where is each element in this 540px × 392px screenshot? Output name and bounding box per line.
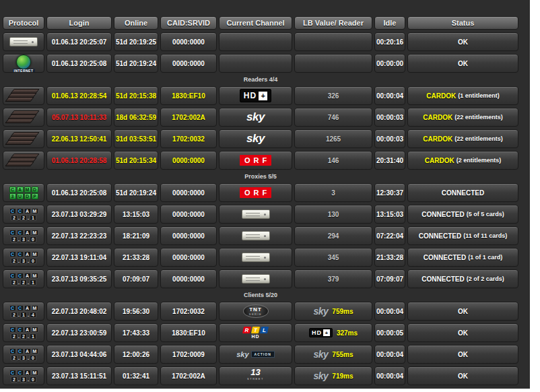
cell-online[interactable]: 18d 06:32:59 xyxy=(114,108,158,127)
cell-online[interactable]: 51d 20:19:24 xyxy=(114,54,158,73)
cell-caid[interactable]: 0000:0000 xyxy=(160,54,217,73)
cell-idle[interactable]: 00:00:03 xyxy=(374,129,405,148)
cell-online[interactable]: 17:43:33 xyxy=(114,323,158,342)
header-cell-online[interactable]: Online xyxy=(114,16,158,30)
cell-online[interactable]: 31d 03:53:51 xyxy=(114,129,158,148)
cell-lb[interactable]: sky755ms xyxy=(294,345,372,364)
cell-channel[interactable] xyxy=(219,248,292,267)
cell-idle[interactable]: 00:00:00 xyxy=(374,54,405,73)
cell-status[interactable]: OK xyxy=(407,302,518,321)
cell-login[interactable]: 22.07.13 23:00:59 xyxy=(46,323,112,342)
cell-status[interactable]: OK xyxy=(407,345,518,364)
cell-status[interactable]: CONNECTED xyxy=(407,183,518,202)
cell-online[interactable]: 13:15:03 xyxy=(114,205,158,224)
cell-protocol[interactable] xyxy=(3,108,44,127)
cell-caid[interactable]: 1702:002A xyxy=(160,366,217,385)
cell-idle[interactable]: 00:00:05 xyxy=(374,323,405,342)
cell-channel[interactable] xyxy=(219,205,292,224)
cell-channel[interactable]: skyACTION xyxy=(219,345,292,364)
header-cell-idle[interactable]: Idle xyxy=(374,16,405,30)
cell-caid[interactable]: 0000:0000 xyxy=(160,226,217,245)
cell-caid[interactable]: 0000:0000 xyxy=(160,151,217,170)
cell-caid[interactable]: 0000:0000 xyxy=(160,248,217,267)
cell-channel[interactable] xyxy=(219,32,292,51)
header-cell-protocol[interactable]: Protocol xyxy=(3,16,44,30)
cell-channel[interactable] xyxy=(219,269,292,288)
cell-caid[interactable]: 1830:EF10 xyxy=(160,323,217,342)
cell-online[interactable]: 18:21:09 xyxy=(114,226,158,245)
cell-idle[interactable]: 00:00:04 xyxy=(374,302,405,321)
cell-login[interactable]: 01.06.13 20:25:07 xyxy=(46,32,112,51)
cell-login[interactable]: 22.07.13 19:11:04 xyxy=(46,248,112,267)
cell-idle[interactable]: 07:22:04 xyxy=(374,226,405,245)
cell-protocol[interactable]: CCAM2.3.0 xyxy=(3,248,44,267)
header-cell-status[interactable]: Status xyxy=(407,16,518,30)
cell-protocol[interactable] xyxy=(3,86,44,105)
cell-status[interactable]: CARDOK(22 entitlements) xyxy=(407,108,518,127)
cell-idle[interactable]: 00:00:04 xyxy=(374,86,405,105)
cell-idle[interactable]: 20:31:40 xyxy=(374,151,405,170)
cell-login[interactable]: 22.06.13 12:50:41 xyxy=(46,129,112,148)
cell-login[interactable]: 05.07.13 10:11:33 xyxy=(46,108,112,127)
cell-lb[interactable]: HD+327ms xyxy=(294,323,372,342)
cell-login[interactable]: 22.07.13 22:23:23 xyxy=(46,226,112,245)
cell-online[interactable]: 51d 20:15:38 xyxy=(114,86,158,105)
cell-protocol[interactable] xyxy=(3,129,44,148)
cell-lb[interactable]: 379 xyxy=(294,269,372,288)
cell-protocol[interactable]: CCAM2.3.0 xyxy=(3,345,44,364)
cell-status[interactable]: OK xyxy=(407,323,518,342)
cell-login[interactable]: 23.07.13 03:29:29 xyxy=(46,205,112,224)
cell-protocol[interactable]: CCAM2.2.1 xyxy=(3,269,44,288)
cell-status[interactable]: OK xyxy=(407,366,518,385)
cell-idle[interactable]: 00:20:16 xyxy=(374,32,405,51)
cell-caid[interactable]: 0000:0000 xyxy=(160,205,217,224)
cell-channel[interactable]: 13STREET xyxy=(219,366,292,385)
cell-lb[interactable] xyxy=(294,54,372,73)
cell-protocol[interactable]: CCAM2.2.1 xyxy=(3,323,44,342)
cell-online[interactable]: 01:32:41 xyxy=(114,366,158,385)
cell-status[interactable]: OK xyxy=(407,32,518,51)
cell-channel[interactable]: HD+ xyxy=(219,86,292,105)
cell-login[interactable]: 01.06.13 20:25:08 xyxy=(46,54,112,73)
cell-protocol[interactable]: CAMD3UDP xyxy=(3,183,44,202)
cell-login[interactable]: 01.06.13 20:25:08 xyxy=(46,183,112,202)
cell-status[interactable]: CARDOK(2 entitlements) xyxy=(407,151,518,170)
cell-channel[interactable]: ORF xyxy=(219,151,292,170)
cell-status[interactable]: CONNECTED(11 of 11 cards) xyxy=(407,226,518,245)
cell-protocol[interactable]: CCAM2.1.4 xyxy=(3,302,44,321)
cell-caid[interactable]: 0000:0000 xyxy=(160,269,217,288)
cell-channel[interactable] xyxy=(219,226,292,245)
cell-login[interactable]: 22.07.13 20:48:02 xyxy=(46,302,112,321)
cell-status[interactable]: CARDOK(1 entitlement) xyxy=(407,86,518,105)
cell-caid[interactable]: 1702:0032 xyxy=(160,302,217,321)
cell-idle[interactable]: 12:30:37 xyxy=(374,183,405,202)
cell-lb[interactable] xyxy=(294,32,372,51)
header-cell-lb-value-reader[interactable]: LB Value/ Reader xyxy=(294,16,372,30)
cell-lb[interactable]: 326 xyxy=(294,86,372,105)
cell-online[interactable]: 19:56:30 xyxy=(114,302,158,321)
cell-protocol[interactable]: INTERNET xyxy=(3,54,44,73)
cell-status[interactable]: OK xyxy=(407,54,518,73)
cell-lb[interactable]: 130 xyxy=(294,205,372,224)
cell-caid[interactable]: 1830:EF10 xyxy=(160,86,217,105)
cell-status[interactable]: CONNECTED(2 of 2 cards) xyxy=(407,269,518,288)
cell-online[interactable]: 12:00:26 xyxy=(114,345,158,364)
cell-channel[interactable]: TNTSERIE xyxy=(219,302,292,321)
cell-caid[interactable]: 1702:0032 xyxy=(160,129,217,148)
cell-idle[interactable]: 00:00:04 xyxy=(374,345,405,364)
cell-lb[interactable]: 146 xyxy=(294,151,372,170)
cell-caid[interactable]: 0000:0000 xyxy=(160,32,217,51)
cell-idle[interactable]: 13:15:03 xyxy=(374,205,405,224)
cell-login[interactable]: 01.06.13 20:28:58 xyxy=(46,151,112,170)
cell-idle[interactable]: 00:00:03 xyxy=(374,108,405,127)
cell-protocol[interactable]: CCAM2.2.1 xyxy=(3,205,44,224)
cell-lb[interactable]: sky759ms xyxy=(294,302,372,321)
cell-caid[interactable]: 1702:002A xyxy=(160,108,217,127)
cell-login[interactable]: 23.07.13 15:11:51 xyxy=(46,366,112,385)
cell-channel[interactable]: ORF xyxy=(219,183,292,202)
cell-caid[interactable]: 0000:0000 xyxy=(160,183,217,202)
cell-lb[interactable]: 1265 xyxy=(294,129,372,148)
cell-caid[interactable]: 1702:0009 xyxy=(160,345,217,364)
cell-online[interactable]: 51d 20:15:34 xyxy=(114,151,158,170)
cell-online[interactable]: 21:33:28 xyxy=(114,248,158,267)
